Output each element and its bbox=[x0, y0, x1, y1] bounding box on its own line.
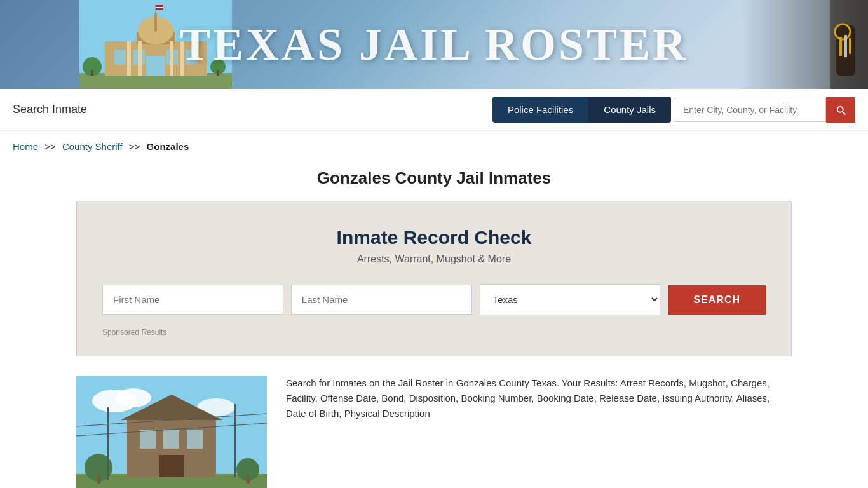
svg-point-31 bbox=[116, 388, 151, 407]
nav-bar: Search Inmate Police Facilities County J… bbox=[0, 89, 868, 131]
page-title: Gonzales County Jail Inmates bbox=[0, 168, 868, 188]
svg-rect-6 bbox=[114, 50, 126, 65]
svg-rect-39 bbox=[159, 455, 184, 477]
svg-rect-12 bbox=[138, 41, 142, 76]
search-inmate-label: Search Inmate bbox=[13, 103, 492, 116]
last-name-input[interactable] bbox=[291, 285, 472, 315]
svg-rect-17 bbox=[156, 5, 163, 7]
description-text: Search for Inmates on the Jail Roster in… bbox=[286, 376, 792, 421]
record-check-title: Inmate Record Check bbox=[102, 227, 766, 248]
header-banner: Texas Jail Roster bbox=[0, 0, 868, 89]
svg-rect-5 bbox=[154, 13, 157, 32]
first-name-input[interactable] bbox=[102, 285, 283, 315]
svg-rect-41 bbox=[97, 474, 100, 484]
building-image bbox=[76, 376, 267, 488]
record-check-box: Inmate Record Check Arrests, Warrant, Mu… bbox=[76, 201, 792, 356]
svg-rect-11 bbox=[127, 41, 131, 76]
svg-rect-43 bbox=[247, 476, 250, 484]
svg-rect-13 bbox=[170, 41, 173, 76]
state-select[interactable]: AlabamaAlaskaArizonaArkansasCaliforniaCo… bbox=[480, 284, 661, 315]
svg-rect-26 bbox=[839, 37, 842, 56]
record-check-subtitle: Arrests, Warrant, Mugshot & More bbox=[102, 254, 766, 265]
svg-rect-18 bbox=[156, 7, 163, 8]
bottom-section: Search for Inmates on the Jail Roster in… bbox=[0, 356, 868, 488]
search-icon bbox=[835, 104, 846, 116]
svg-rect-10 bbox=[146, 56, 165, 76]
breadcrumb-home[interactable]: Home bbox=[13, 141, 38, 152]
sponsored-label: Sponsored Results bbox=[102, 328, 766, 337]
breadcrumb-sep-2: >> bbox=[129, 141, 140, 152]
svg-rect-27 bbox=[844, 35, 847, 57]
breadcrumb: Home >> County Sheriff >> Gonzales bbox=[0, 131, 868, 162]
svg-rect-37 bbox=[163, 430, 179, 449]
breadcrumb-current: Gonzales bbox=[147, 141, 189, 152]
page-title-section: Gonzales County Jail Inmates bbox=[0, 162, 868, 201]
svg-rect-22 bbox=[217, 70, 219, 76]
facility-search-button[interactable] bbox=[826, 97, 855, 123]
police-facilities-button[interactable]: Police Facilities bbox=[492, 97, 588, 123]
svg-rect-20 bbox=[91, 70, 93, 76]
nav-buttons: Police Facilities County Jails bbox=[492, 97, 855, 123]
banner-keys-decoration bbox=[741, 0, 868, 89]
svg-rect-36 bbox=[140, 430, 156, 449]
inmate-search-button[interactable]: SEARCH bbox=[668, 285, 766, 315]
svg-rect-38 bbox=[187, 430, 203, 449]
svg-rect-28 bbox=[849, 38, 851, 54]
banner-title: Texas Jail Roster bbox=[180, 18, 688, 71]
breadcrumb-county-sheriff[interactable]: County Sheriff bbox=[62, 141, 123, 152]
breadcrumb-sep-1: >> bbox=[44, 141, 56, 152]
facility-search-input[interactable] bbox=[674, 98, 826, 122]
search-form-row: AlabamaAlaskaArizonaArkansasCaliforniaCo… bbox=[102, 284, 766, 315]
county-jails-button[interactable]: County Jails bbox=[588, 97, 671, 123]
